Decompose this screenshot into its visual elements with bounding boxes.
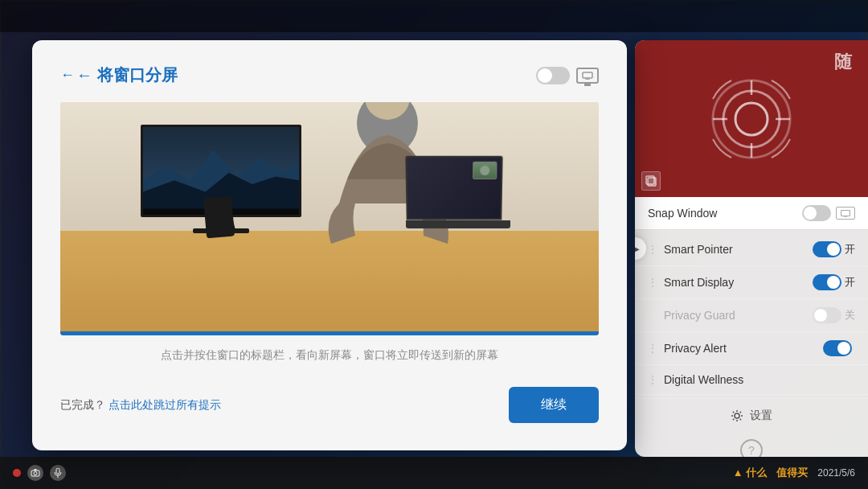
svg-point-22 (735, 413, 739, 418)
settings-row[interactable]: 设置 (635, 398, 868, 433)
logo-text: ▲ 什么 (733, 466, 767, 480)
scene-container (60, 102, 599, 335)
settings-item-label: Smart Pointer (664, 243, 806, 256)
svg-rect-0 (583, 72, 592, 78)
camera-icon (27, 465, 43, 481)
top-bar (0, 0, 868, 32)
display-icon-small (836, 207, 855, 220)
drag-handle-icon: ⋮ (648, 310, 657, 321)
drag-handle-icon: ⋮ (648, 277, 657, 288)
smart-pointer-toggle[interactable] (813, 241, 841, 257)
toggle-container: 关 (813, 307, 855, 323)
toggle-knob (827, 243, 840, 256)
toggle-knob (814, 309, 827, 322)
skip-area: 已完成？ 点击此处跳过所有提示 (60, 397, 221, 413)
toggle-container: 开 (813, 241, 855, 257)
laptop-screen (405, 156, 502, 220)
dialog-toggle-area (536, 67, 599, 84)
settings-label: 设置 (750, 409, 772, 423)
laptop (406, 156, 534, 244)
back-arrow-icon[interactable]: ← (60, 67, 75, 84)
smart-display-toggle[interactable] (813, 274, 841, 290)
display-icon (576, 68, 599, 84)
bottom-bar-left (13, 465, 723, 481)
list-item: ⋮ Digital Wellness (635, 365, 868, 395)
dialog-footer: 已完成？ 点击此处跳过所有提示 继续 (60, 387, 599, 423)
recording-dot-icon (13, 469, 21, 477)
settings-item-label: Privacy Guard (664, 309, 806, 322)
microphone-icon (50, 465, 66, 481)
bottom-bar: ▲ 什么 值得买 2021/5/6 (0, 457, 868, 489)
toggle-knob (804, 207, 817, 220)
banner-text: 随 (834, 50, 852, 74)
snap-window-toggle[interactable] (802, 205, 831, 221)
gear-icon (731, 409, 743, 422)
datetime-label: 2021/5/6 (817, 467, 855, 479)
phone (203, 196, 235, 239)
stack-icon (641, 171, 661, 191)
svg-marker-25 (34, 469, 37, 471)
main-dialog: ← ← 将窗口分屏 (32, 40, 627, 450)
settings-item-label: Smart Display (664, 276, 806, 289)
dialog-title-row: ← ← 将窗口分屏 (60, 64, 178, 86)
toggle-label: 开 (845, 242, 855, 257)
toggle-knob (538, 68, 552, 83)
right-panel: ▶ 随 Snap Window (635, 40, 868, 457)
toggle-label: 关 (845, 308, 855, 323)
skip-link[interactable]: 点击此处跳过所有提示 (108, 398, 221, 411)
continue-button[interactable]: 继续 (509, 387, 599, 423)
dialog-toggle[interactable] (536, 67, 570, 84)
demo-image (60, 102, 599, 335)
logo-brand: 值得买 (776, 466, 808, 480)
toggle-container: 开 (813, 274, 855, 290)
drag-handle-icon: ⋮ (648, 343, 657, 354)
image-bottom-bar (60, 331, 599, 335)
dialog-header: ← ← 将窗口分屏 (60, 64, 599, 86)
toggle-label: 开 (845, 275, 855, 290)
toggle-knob (837, 342, 850, 355)
toggle-knob (827, 276, 840, 289)
list-item: ⋮ Smart Display 开 (635, 266, 868, 299)
privacy-guard-toggle[interactable] (813, 307, 841, 323)
help-row: ? (635, 433, 868, 457)
snap-window-row: Snap Window (635, 197, 868, 230)
svg-rect-19 (841, 210, 850, 216)
list-item: ⋮ Privacy Guard 关 (635, 299, 868, 332)
panel-banner: 随 (635, 40, 868, 197)
drag-handle-icon: ⋮ (648, 244, 657, 255)
privacy-alert-toggle[interactable] (823, 340, 852, 356)
skip-prefix: 已完成？ (60, 398, 105, 411)
laptop-base (406, 220, 510, 228)
settings-list: ⋮ Smart Pointer 开 ⋮ Smart Display 开 ⋮ (635, 230, 868, 398)
svg-point-24 (34, 472, 37, 475)
svg-rect-18 (648, 178, 656, 186)
drag-handle-icon: ⋮ (648, 374, 657, 385)
list-item: ⋮ Privacy Alert (635, 332, 868, 365)
svg-rect-26 (56, 468, 59, 474)
privacy-icon-large (707, 75, 796, 163)
svg-point-11 (723, 91, 780, 147)
svg-point-12 (735, 103, 768, 135)
settings-item-label: Digital Wellness (664, 373, 800, 386)
toggle-container (823, 340, 855, 356)
help-button[interactable]: ? (740, 439, 763, 457)
dialog-title: ← 将窗口分屏 (76, 64, 178, 86)
snap-toggle-area (802, 205, 855, 221)
settings-item-label: Privacy Alert (664, 342, 817, 355)
dialog-hint: 点击并按住窗口的标题栏，看向新屏幕，窗口将立即传送到新的屏幕 (60, 348, 599, 363)
snap-window-label: Snap Window (648, 207, 717, 220)
list-item: ⋮ Smart Pointer 开 (635, 233, 868, 266)
